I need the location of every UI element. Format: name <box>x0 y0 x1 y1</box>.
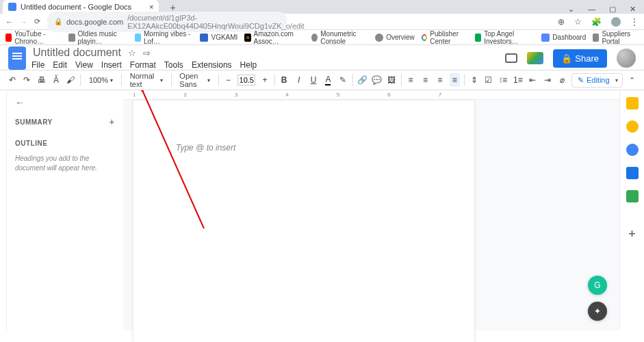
font-size-input[interactable] <box>237 75 255 86</box>
explore-button[interactable]: ✦ <box>588 302 607 321</box>
outline-panel: ← SUMMARY + OUTLINE Headings you add to … <box>7 90 123 330</box>
insertion-placeholder: Type @ to insert <box>176 143 235 153</box>
dashboard-icon <box>541 34 550 42</box>
add-addon-button[interactable]: + <box>628 227 636 241</box>
menu-tools[interactable]: Tools <box>164 60 183 70</box>
reload-button[interactable]: ⟳ <box>34 17 40 26</box>
increase-indent-button[interactable]: ⇥ <box>542 73 552 87</box>
zoom-select[interactable]: 100%▾ <box>85 75 117 86</box>
main-area: ← SUMMARY + OUTLINE Headings you add to … <box>0 90 644 330</box>
document-title[interactable]: Untitled document <box>33 47 121 59</box>
maps-icon[interactable] <box>626 190 639 202</box>
share-button[interactable]: 🔒 Share <box>553 49 607 68</box>
maximize-icon[interactable]: ▢ <box>609 5 616 14</box>
insert-comment-button[interactable]: 💬 <box>372 73 382 87</box>
star-icon[interactable]: ☆ <box>128 48 136 58</box>
bold-button[interactable]: B <box>279 73 289 87</box>
close-window-icon[interactable]: ✕ <box>630 5 636 14</box>
outline-label: OUTLINE <box>15 140 115 147</box>
move-icon[interactable]: ⇨ <box>143 48 151 58</box>
google-icon <box>422 34 427 41</box>
bookmark-item[interactable]: aAmazon.com Assoc… <box>244 30 305 45</box>
bookmark-item[interactable]: Monumetric Console <box>311 30 368 45</box>
bookmark-item[interactable]: Overview <box>375 34 415 42</box>
align-center-button[interactable]: ≡ <box>420 73 430 87</box>
add-summary-button[interactable]: + <box>109 116 115 127</box>
menu-help[interactable]: Help <box>240 60 257 70</box>
insert-image-button[interactable]: 🖼 <box>386 73 396 87</box>
menu-icon[interactable]: ⋮ <box>630 17 639 27</box>
insert-link-button[interactable]: 🔗 <box>357 73 367 87</box>
bookmarks-bar: YouTube - Chrono… Oldies music playin… M… <box>0 30 644 45</box>
menu-view[interactable]: View <box>75 60 93 70</box>
monumetric-icon <box>311 34 318 42</box>
bookmark-item[interactable]: Publisher Center <box>422 30 468 45</box>
line-spacing-button[interactable]: ⇕ <box>469 73 479 87</box>
summary-label: SUMMARY <box>15 118 53 126</box>
undo-button[interactable]: ↶ <box>7 73 17 87</box>
bookmark-item[interactable]: Oldies music playin… <box>68 30 127 45</box>
search-icon[interactable]: ⊕ <box>558 17 565 27</box>
font-select[interactable]: Open Sans▾ <box>175 70 214 90</box>
tasks-icon[interactable] <box>626 144 639 156</box>
outline-hint: Headings you add to the document will ap… <box>15 154 115 173</box>
close-icon[interactable]: × <box>149 3 153 11</box>
collapse-outline-button[interactable]: ← <box>15 97 115 108</box>
bookmark-item[interactable]: Morning vibes - Lof… <box>135 30 194 45</box>
highlight-button[interactable]: ✎ <box>337 73 348 87</box>
align-right-button[interactable]: ≡ <box>435 73 445 87</box>
bulleted-list-button[interactable]: ⁝≡ <box>498 73 508 87</box>
share-url-icon[interactable]: ☆ <box>574 17 582 27</box>
docs-favicon-icon <box>8 3 16 11</box>
menu-extensions[interactable]: Extensions <box>192 60 232 70</box>
menu-edit[interactable]: Edit <box>53 60 67 70</box>
profile-icon[interactable] <box>611 17 621 27</box>
decrease-font-button[interactable]: − <box>223 73 233 87</box>
text-color-button[interactable]: A <box>323 73 333 87</box>
bookmark-item[interactable]: Dashboard <box>541 34 586 42</box>
meet-icon[interactable] <box>527 52 543 64</box>
numbered-list-button[interactable]: 1≡ <box>513 73 523 87</box>
chevron-down-icon[interactable]: ⌄ <box>568 5 574 14</box>
extensions-icon[interactable]: 🧩 <box>591 17 602 27</box>
style-select[interactable]: Normal text▾ <box>126 70 167 90</box>
redo-button[interactable]: ↷ <box>21 73 31 87</box>
address-bar: ← → ⟳ 🔒 docs.google.com/document/d/1gIP3… <box>0 14 644 30</box>
increase-font-button[interactable]: + <box>259 73 270 87</box>
keep-icon[interactable] <box>626 120 639 133</box>
horizontal-ruler[interactable]: 1 2 3 4 5 6 7 <box>123 90 619 100</box>
mode-select[interactable]: ✎ Editing <box>571 73 623 88</box>
forward-button[interactable]: → <box>20 18 27 26</box>
url-input[interactable]: 🔒 docs.google.com/document/d/1gIP3d-EX12… <box>47 12 287 32</box>
checklist-button[interactable]: ☑ <box>483 73 493 87</box>
side-panel: + <box>619 90 644 330</box>
docs-logo-icon[interactable] <box>8 47 26 70</box>
paint-format-button[interactable]: 🖌 <box>66 73 76 87</box>
spellcheck-button[interactable]: Ă <box>51 73 61 87</box>
pencil-icon: ✎ <box>578 76 584 85</box>
collapse-toolbar-button[interactable]: ⌃ <box>627 76 637 85</box>
calendar-icon[interactable] <box>626 97 639 109</box>
clear-formatting-button[interactable]: ⌀ <box>556 73 567 87</box>
menu-file[interactable]: File <box>31 60 44 70</box>
comment-history-icon[interactable] <box>505 53 517 63</box>
bookmark-item[interactable]: Suppliers Portal <box>593 30 639 45</box>
grammarly-icon[interactable]: G <box>588 276 607 295</box>
italic-button[interactable]: I <box>294 73 304 87</box>
align-left-button[interactable]: ≡ <box>405 73 415 87</box>
underline-button[interactable]: U <box>308 73 318 87</box>
document-page[interactable]: Type @ to insert <box>133 100 475 342</box>
menu-insert[interactable]: Insert <box>101 60 122 70</box>
bookmark-item[interactable]: VGKAMI <box>200 34 237 42</box>
print-button[interactable]: 🖶 <box>36 73 47 87</box>
minimize-icon[interactable]: — <box>588 5 595 14</box>
menu-format[interactable]: Format <box>130 60 156 70</box>
lock-icon: 🔒 <box>561 53 572 64</box>
align-justify-button[interactable]: ≡ <box>450 73 460 87</box>
account-avatar[interactable] <box>617 49 636 68</box>
bookmark-item[interactable]: Top Angel Investors… <box>475 30 534 45</box>
back-button[interactable]: ← <box>5 18 13 26</box>
contacts-icon[interactable] <box>626 167 639 179</box>
decrease-indent-button[interactable]: ⇤ <box>528 73 538 87</box>
bookmark-item[interactable]: YouTube - Chrono… <box>5 30 62 45</box>
